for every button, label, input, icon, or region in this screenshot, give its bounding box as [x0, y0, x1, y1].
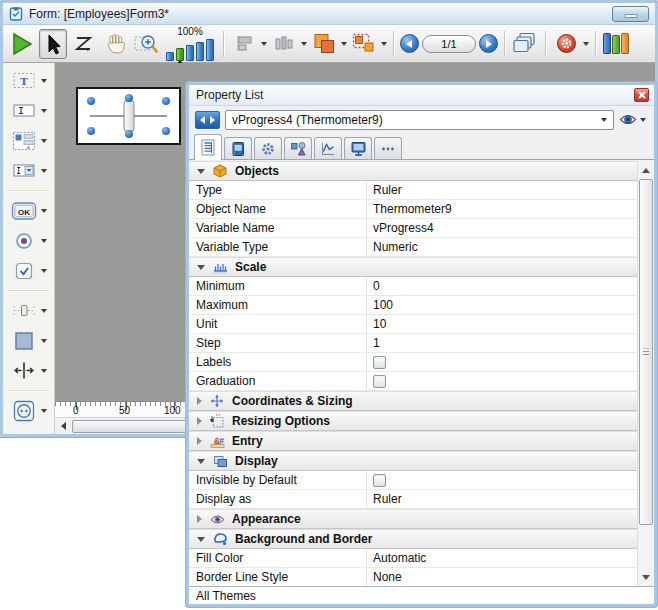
- zoom-tool-button[interactable]: [132, 29, 160, 59]
- property-row-variable-type[interactable]: Variable Type Numeric: [189, 238, 637, 257]
- selection-handle[interactable]: [125, 94, 133, 102]
- section-header-objects[interactable]: Objects: [189, 161, 637, 181]
- expand-triangle-icon[interactable]: [197, 397, 202, 405]
- section-header-entry[interactable]: &# Entry: [189, 431, 637, 451]
- property-value[interactable]: vProgress4: [367, 219, 637, 237]
- property-value[interactable]: 0: [367, 277, 637, 295]
- entry-order-tool-button[interactable]: [70, 29, 98, 59]
- zoom-bar-800[interactable]: [206, 39, 214, 61]
- property-row-unit[interactable]: Unit 10: [189, 315, 637, 334]
- tab-display-monitor[interactable]: [344, 137, 372, 159]
- selection-handle[interactable]: [125, 130, 133, 138]
- collapse-triangle-icon[interactable]: [197, 537, 205, 542]
- property-row-type[interactable]: Type Ruler: [189, 181, 637, 200]
- rectangle-dropdown-arrow[interactable]: [41, 339, 47, 343]
- form-pages-button[interactable]: [511, 29, 539, 59]
- property-row-step[interactable]: Step 1: [189, 334, 637, 353]
- pointer-tool-button[interactable]: [39, 29, 67, 59]
- property-value[interactable]: Ruler: [367, 490, 637, 508]
- button-tool[interactable]: OK: [11, 200, 47, 221]
- splitter-tool[interactable]: [11, 360, 47, 381]
- section-header-display[interactable]: Display: [189, 451, 637, 471]
- property-row-object-name[interactable]: Object Name Thermometer9: [189, 200, 637, 219]
- property-value[interactable]: 1: [367, 334, 637, 352]
- static-text-tool[interactable]: T: [11, 70, 47, 91]
- property-row-minimum[interactable]: Minimum 0: [189, 277, 637, 296]
- property-list-scrollbar[interactable]: [637, 161, 654, 586]
- property-row-display-as[interactable]: Display as Ruler: [189, 490, 637, 509]
- object-level-dropdown-arrow[interactable]: [341, 42, 347, 46]
- object-pager-button[interactable]: [195, 111, 220, 129]
- expand-triangle-icon[interactable]: [197, 437, 202, 445]
- slider-dropdown-arrow[interactable]: [41, 309, 47, 313]
- property-row-border-line-style[interactable]: Border Line Style None: [189, 568, 637, 586]
- graduation-checkbox[interactable]: [373, 375, 386, 388]
- property-row-graduation[interactable]: Graduation: [189, 372, 637, 391]
- window-titlebar[interactable]: Form: [Employees]Form3*: [3, 3, 655, 25]
- zoom-bar-400[interactable]: [196, 42, 204, 61]
- object-level-button[interactable]: [310, 29, 338, 59]
- selection-handle[interactable]: [87, 127, 95, 135]
- actions-dropdown-arrow[interactable]: [583, 42, 589, 46]
- plugin-area-dropdown-arrow[interactable]: [41, 409, 47, 413]
- property-value[interactable]: 10: [367, 315, 637, 333]
- listbox-tool[interactable]: [11, 130, 47, 151]
- page-indicator[interactable]: 1/1: [422, 35, 476, 53]
- radio-button-dropdown-arrow[interactable]: [41, 239, 47, 243]
- property-row-labels[interactable]: Labels: [189, 353, 637, 372]
- listbox-dropdown-arrow[interactable]: [41, 139, 47, 143]
- collapse-triangle-icon[interactable]: [197, 459, 205, 464]
- scroll-up-button[interactable]: [638, 162, 654, 178]
- tab-objects-shapes[interactable]: [284, 137, 312, 159]
- section-header-coordinates-sizing[interactable]: Coordinates & Sizing: [189, 391, 637, 411]
- collapse-triangle-icon[interactable]: [197, 169, 205, 174]
- tab-more[interactable]: [374, 137, 402, 159]
- selection-handle[interactable]: [87, 97, 95, 105]
- property-value[interactable]: Numeric: [367, 238, 637, 256]
- object-selector-dropdown[interactable]: vProgress4 (Thermometer9): [225, 110, 614, 130]
- view-options-button[interactable]: [619, 113, 648, 126]
- expand-triangle-icon[interactable]: [197, 515, 202, 523]
- combo-box-dropdown-arrow[interactable]: [41, 169, 47, 173]
- combo-box-tool[interactable]: [11, 160, 47, 181]
- run-form-button[interactable]: [8, 29, 36, 59]
- property-value[interactable]: None: [367, 568, 637, 586]
- property-row-variable-name[interactable]: Variable Name vProgress4: [189, 219, 637, 238]
- group-dropdown-arrow[interactable]: [381, 42, 387, 46]
- section-header-scale[interactable]: Scale: [189, 257, 637, 277]
- property-row-fill-color[interactable]: Fill Color Automatic: [189, 549, 637, 568]
- button-dropdown-arrow[interactable]: [41, 209, 47, 213]
- property-row-maximum[interactable]: Maximum 100: [189, 296, 637, 315]
- group-button[interactable]: [350, 29, 378, 59]
- plugin-area-tool[interactable]: [11, 400, 47, 421]
- selection-handle[interactable]: [162, 97, 170, 105]
- distribute-dropdown-arrow[interactable]: [301, 42, 307, 46]
- selected-slider-object[interactable]: [76, 87, 181, 145]
- tab-property-list[interactable]: [194, 134, 222, 160]
- property-value[interactable]: Automatic: [367, 549, 637, 567]
- input-field-dropdown-arrow[interactable]: [41, 109, 47, 113]
- align-dropdown-arrow[interactable]: [261, 42, 267, 46]
- checkbox-dropdown-arrow[interactable]: [41, 269, 47, 273]
- rectangle-tool[interactable]: [11, 330, 47, 351]
- splitter-dropdown-arrow[interactable]: [41, 369, 47, 373]
- invisible-by-default-checkbox[interactable]: [373, 474, 386, 487]
- selection-handle[interactable]: [162, 127, 170, 135]
- property-row-invisible-by-default[interactable]: Invisible by Default: [189, 471, 637, 490]
- slider-tool[interactable]: [11, 300, 47, 321]
- next-page-button[interactable]: [479, 34, 498, 53]
- previous-page-button[interactable]: [400, 34, 419, 53]
- expand-triangle-icon[interactable]: [197, 417, 202, 425]
- minimize-button[interactable]: [612, 6, 649, 22]
- property-value[interactable]: Ruler: [367, 181, 637, 199]
- section-header-resizing-options[interactable]: Resizing Options: [189, 411, 637, 431]
- labels-checkbox[interactable]: [373, 356, 386, 369]
- vertical-scroll-thumb[interactable]: [639, 179, 653, 525]
- tab-settings[interactable]: [254, 137, 282, 159]
- zoom-scale-widget[interactable]: 100%: [166, 27, 214, 61]
- library-button[interactable]: [602, 29, 630, 59]
- zoom-scale-bars-icon[interactable]: [166, 38, 214, 61]
- close-button[interactable]: [634, 88, 649, 102]
- zoom-bar-50[interactable]: [166, 52, 174, 61]
- align-button[interactable]: [230, 29, 258, 59]
